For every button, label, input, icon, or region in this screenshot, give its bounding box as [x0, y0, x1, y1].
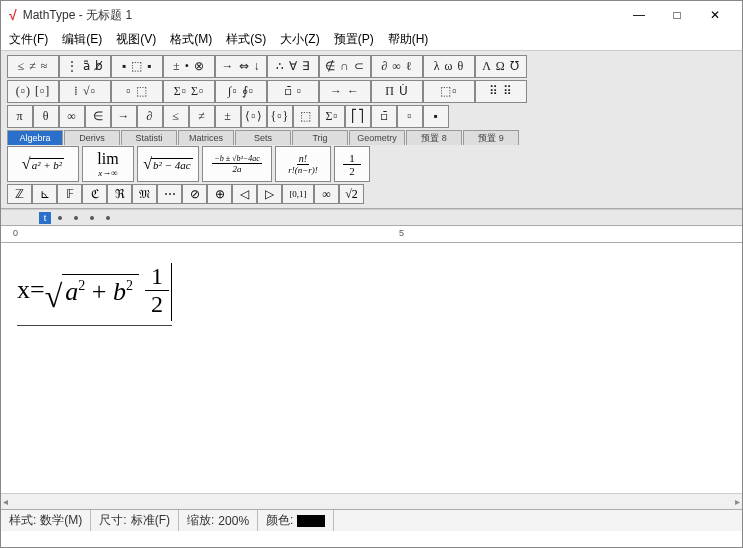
sym-infty[interactable]: ∞: [59, 105, 85, 128]
tab-preset-8[interactable]: 预置 8: [406, 130, 462, 145]
eq-frac-num: 1: [145, 263, 169, 291]
eq-lhs: x=: [17, 275, 45, 305]
tpl-matrix[interactable]: ⬚▫: [423, 80, 475, 103]
tpl-sum2[interactable]: Σ▫: [319, 105, 345, 128]
sym-pm[interactable]: ±: [215, 105, 241, 128]
close-button[interactable]: ✕: [696, 3, 734, 27]
sym-greek-low[interactable]: λ ω θ: [423, 55, 475, 78]
tpl-boxes[interactable]: ⠿ ⠿: [475, 80, 527, 103]
tpl-box[interactable]: ⬚: [293, 105, 319, 128]
radical-icon: √: [45, 278, 63, 315]
text-cursor: [171, 263, 173, 321]
tab-algebra[interactable]: Algebra: [7, 130, 63, 145]
tpl-bar[interactable]: ▫̄: [371, 105, 397, 128]
status-size[interactable]: 尺寸:标准(F): [91, 510, 179, 531]
sym-arrows[interactable]: → ⇔ ↓: [215, 55, 267, 78]
menu-preset[interactable]: 预置(P): [334, 31, 374, 48]
ruler[interactable]: 0 5: [1, 225, 742, 243]
sm-sqrt2[interactable]: √2: [339, 184, 364, 204]
menu-bar: 文件(F) 编辑(E) 视图(V) 格式(M) 样式(S) 大小(Z) 预置(P…: [1, 29, 742, 51]
tpl-mat[interactable]: ⎡⎤: [345, 105, 371, 128]
sm-tri-l[interactable]: ◁: [232, 184, 257, 204]
template-combination[interactable]: n!r!(n−r)!: [275, 146, 331, 182]
tabstop-dot-icon[interactable]: [58, 216, 62, 220]
sym-theta[interactable]: θ: [33, 105, 59, 128]
tpl-fences[interactable]: (▫) [▫]: [7, 80, 59, 103]
tab-matrices[interactable]: Matrices: [178, 130, 234, 145]
ruler-mark-0: 0: [13, 228, 18, 238]
sym-arrow[interactable]: →: [111, 105, 137, 128]
tpl-integral[interactable]: ∫▫ ∮▫: [215, 80, 267, 103]
tpl-overbar[interactable]: ▫̄ ▫: [267, 80, 319, 103]
menu-edit[interactable]: 编辑(E): [62, 31, 102, 48]
menu-style[interactable]: 样式(S): [226, 31, 266, 48]
sym-leq[interactable]: ≤: [163, 105, 189, 128]
tab-derivs[interactable]: Derivs: [64, 130, 120, 145]
template-lim[interactable]: limx→∞: [82, 146, 134, 182]
sm-f[interactable]: 𝔽: [57, 184, 82, 204]
tpl-brace[interactable]: {▫}: [267, 105, 293, 128]
sym-greek-up[interactable]: Λ Ω ℧: [475, 55, 527, 78]
sm-angle[interactable]: ⊾: [32, 184, 57, 204]
sym-neq[interactable]: ≠: [189, 105, 215, 128]
horizontal-scrollbar[interactable]: ◂▸: [1, 493, 742, 509]
tpl-sum[interactable]: Σ▫ Σ▫: [163, 80, 215, 103]
tab-trig[interactable]: Trig: [292, 130, 348, 145]
menu-file[interactable]: 文件(F): [9, 31, 48, 48]
maximize-button[interactable]: □: [658, 3, 696, 27]
sym-operators[interactable]: ± • ⊗: [163, 55, 215, 78]
tab-geometry[interactable]: Geometry: [349, 130, 405, 145]
tab-preset-9[interactable]: 预置 9: [463, 130, 519, 145]
eq-frac-den: 2: [145, 291, 169, 318]
template-sqrt-disc[interactable]: b² − 4ac: [137, 146, 199, 182]
tab-statisti[interactable]: Statisti: [121, 130, 177, 145]
tpl-dot[interactable]: ▪: [423, 105, 449, 128]
equation-editor[interactable]: x= √ a2 + b2 1 2: [1, 243, 742, 493]
sym-partial[interactable]: ∂: [137, 105, 163, 128]
sym-decor[interactable]: ⋮ a͆ b̸: [59, 55, 111, 78]
tpl-arrows[interactable]: → ←: [319, 80, 371, 103]
tpl-roots[interactable]: ⁞ √▫: [59, 80, 111, 103]
menu-view[interactable]: 视图(V): [116, 31, 156, 48]
sm-inf[interactable]: ∞: [314, 184, 339, 204]
menu-size[interactable]: 大小(Z): [280, 31, 319, 48]
tabstop-bar: t: [1, 209, 742, 225]
tabstop-dot-icon[interactable]: [90, 216, 94, 220]
sym-set[interactable]: ∉ ∩ ⊂: [319, 55, 371, 78]
sym-misc[interactable]: ∂ ∞ ℓ: [371, 55, 423, 78]
tabstop-icon[interactable]: t: [39, 212, 51, 224]
equation[interactable]: x= √ a2 + b2 1 2: [17, 261, 172, 326]
sm-m[interactable]: 𝔐: [132, 184, 157, 204]
sm-interval[interactable]: [0,1]: [282, 184, 314, 204]
sm-tri-r[interactable]: ▷: [257, 184, 282, 204]
sym-elem[interactable]: ∈: [85, 105, 111, 128]
sm-z[interactable]: ℤ: [7, 184, 32, 204]
template-half[interactable]: 12: [334, 146, 370, 182]
tabstop-dot-icon[interactable]: [74, 216, 78, 220]
sm-circslash[interactable]: ⊘: [182, 184, 207, 204]
sym-relations[interactable]: ≤ ≠ ≈: [7, 55, 59, 78]
sm-r[interactable]: ℜ: [107, 184, 132, 204]
template-sqrt-a2b2[interactable]: a² + b²: [7, 146, 79, 182]
app-logo-icon: √: [9, 7, 17, 23]
status-zoom[interactable]: 缩放:200%: [179, 510, 258, 531]
sm-dots[interactable]: ⋯: [157, 184, 182, 204]
menu-help[interactable]: 帮助(H): [388, 31, 429, 48]
tpl-products[interactable]: Π U̇: [371, 80, 423, 103]
sym-spaces[interactable]: ▪ ⬚ ▪: [111, 55, 163, 78]
tpl-angle[interactable]: ⟨▫⟩: [241, 105, 267, 128]
menu-format[interactable]: 格式(M): [170, 31, 212, 48]
sm-oplus[interactable]: ⊕: [207, 184, 232, 204]
template-row: a² + b² limx→∞ b² − 4ac −b ± √b²−4ac2a n…: [7, 146, 736, 182]
tpl-sq[interactable]: ▫: [397, 105, 423, 128]
status-color[interactable]: 颜色:: [258, 510, 334, 531]
sm-c[interactable]: ℭ: [82, 184, 107, 204]
template-quadratic[interactable]: −b ± √b²−4ac2a: [202, 146, 272, 182]
tab-sets[interactable]: Sets: [235, 130, 291, 145]
minimize-button[interactable]: —: [620, 3, 658, 27]
sym-pi[interactable]: π: [7, 105, 33, 128]
sym-logic[interactable]: ∴ ∀ ∃: [267, 55, 319, 78]
tabstop-dot-icon[interactable]: [106, 216, 110, 220]
tpl-subsup[interactable]: ▫ ⬚: [111, 80, 163, 103]
status-style[interactable]: 样式:数学(M): [1, 510, 91, 531]
